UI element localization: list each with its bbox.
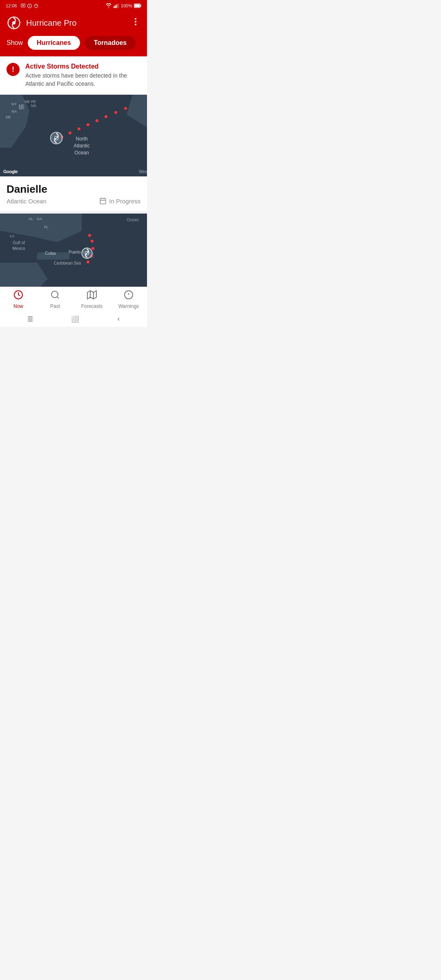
show-label: Show — [7, 39, 23, 47]
nav-now-label: Now — [13, 303, 23, 309]
clock-icon — [13, 290, 23, 302]
fl-label: FL — [44, 225, 49, 229]
hurricane-marker — [49, 131, 64, 147]
storm-name: Danielle — [7, 183, 140, 196]
track-dot-6 — [105, 115, 107, 118]
google-watermark: Google — [3, 169, 18, 174]
al-label: AL — [29, 217, 33, 221]
cuba-label: Cuba — [45, 250, 56, 256]
alert-description: Active storms have been detected in the … — [25, 72, 140, 88]
nav-forecasts[interactable]: Forecasts — [74, 290, 110, 309]
nb-label: NB — [24, 100, 30, 104]
nav-warnings-label: Warnings — [118, 303, 139, 309]
svg-rect-13 — [134, 4, 140, 7]
svg-line-30 — [57, 297, 59, 298]
svg-rect-8 — [115, 5, 116, 8]
svg-rect-11 — [118, 3, 119, 8]
svg-rect-22 — [100, 198, 106, 204]
battery-percent: 100% — [121, 3, 132, 8]
svg-point-1 — [22, 4, 23, 6]
calendar-icon — [99, 197, 107, 205]
bottom-nav: Now Past Forecasts Warning — [0, 287, 147, 311]
nav-past-label: Past — [50, 303, 60, 309]
svg-rect-7 — [114, 6, 114, 8]
storm-meta: Atlantic Ocean In Progress — [7, 197, 140, 205]
europe-land — [127, 95, 147, 127]
signal-icon — [114, 3, 119, 8]
caribbean-map[interactable]: Ocean FL AL GA LA Gulf ofMexico Cuba Pue… — [0, 214, 147, 295]
svg-point-6 — [108, 7, 109, 8]
svg-point-19 — [135, 24, 136, 25]
notification-icons — [20, 3, 39, 9]
carib-track-dot-4 — [91, 240, 94, 243]
carib-track-dot-5 — [88, 234, 91, 237]
atlantic-ocean-label: NorthAtlanticOcean — [65, 136, 98, 156]
search-icon — [50, 290, 60, 302]
nav-now[interactable]: Now — [0, 290, 37, 309]
svg-point-18 — [135, 21, 136, 22]
wifi-icon — [105, 3, 112, 8]
svg-rect-10 — [117, 4, 118, 8]
track-dot-3 — [78, 127, 80, 130]
hurricanes-toggle[interactable]: Hurricanes — [28, 36, 80, 50]
track-dot-4 — [87, 123, 89, 126]
more-menu-button[interactable] — [131, 17, 140, 29]
nav-forecasts-label: Forecasts — [81, 303, 103, 309]
hurricane-logo-icon — [7, 16, 20, 29]
alert-banner: ! Active Storms Detected Active storms h… — [0, 56, 147, 95]
track-dot-5 — [96, 119, 98, 122]
wes-watermark: Wes — [139, 169, 147, 174]
android-home-btn[interactable]: ⬜ — [71, 315, 79, 323]
track-dot-2 — [69, 131, 71, 134]
app-title: Hurricane Pro — [26, 18, 76, 28]
gulf-mexico-label: Gulf ofMexico — [7, 240, 31, 252]
atlantic-map[interactable]: NY NH ME MA DE NB PE NS NorthAtlanticOce… — [0, 95, 147, 176]
app-logo — [7, 16, 21, 30]
svg-point-29 — [51, 291, 58, 298]
nav-warnings[interactable]: Warnings — [110, 290, 147, 309]
me-label: ME — [19, 104, 24, 108]
nav-past[interactable]: Past — [37, 290, 74, 309]
storm-card-danielle[interactable]: Danielle Atlantic Ocean In Progress — [0, 176, 147, 214]
storm-location: Atlantic Ocean — [7, 198, 47, 205]
storm-status: In Progress — [99, 197, 140, 205]
app-header: Hurricane Pro — [0, 11, 147, 36]
filter-toggle-row: Show Hurricanes Tornadoes — [0, 36, 147, 56]
ma-label: MA — [11, 109, 17, 114]
svg-point-17 — [135, 18, 136, 20]
status-time: 12:06 — [6, 3, 39, 9]
android-menu-btn[interactable]: ☰ — [27, 315, 33, 323]
la-label: LA — [10, 234, 14, 238]
time-display: 12:06 — [6, 3, 17, 8]
de-label: DE — [6, 115, 11, 119]
ga-label: GA — [37, 217, 42, 221]
svg-marker-31 — [87, 291, 96, 299]
header-left: Hurricane Pro — [7, 16, 76, 30]
map-icon — [87, 290, 97, 302]
status-indicators: 100% — [105, 3, 141, 8]
alert-icon: ! — [7, 63, 20, 76]
svg-rect-14 — [140, 5, 141, 7]
track-dot-8 — [124, 107, 127, 110]
tornadoes-toggle[interactable]: Tornadoes — [85, 36, 136, 50]
pe-label: PE — [31, 100, 36, 104]
ny-label: NY — [11, 102, 17, 106]
track-dot-7 — [114, 111, 117, 114]
battery-icon — [134, 3, 141, 8]
ns-label: NS — [31, 104, 36, 108]
android-back-btn[interactable]: ‹ — [118, 315, 120, 323]
storm-status-label: In Progress — [109, 198, 140, 205]
hurricane-marker-2 — [80, 246, 94, 262]
ocean-label-top: Ocean — [127, 218, 139, 222]
android-nav-bar: ☰ ⬜ ‹ — [0, 311, 147, 327]
status-bar: 12:06 100% — [0, 0, 147, 11]
warning-icon — [124, 290, 134, 302]
svg-rect-9 — [116, 4, 116, 8]
alert-title: Active Storms Detected — [25, 63, 140, 70]
